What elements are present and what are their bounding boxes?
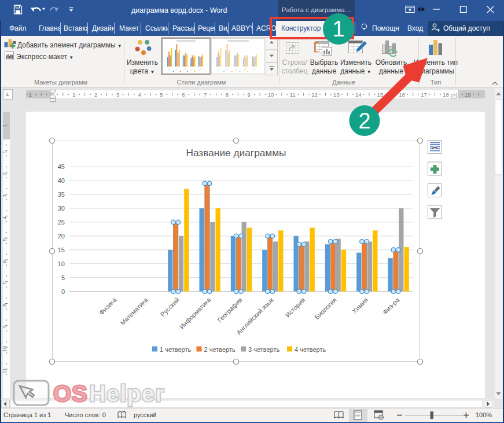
svg-text:2 четверть: 2 четверть <box>204 346 236 353</box>
svg-text:15: 15 <box>58 247 65 253</box>
svg-text:Helper: Helper <box>89 381 165 406</box>
svg-text:10: 10 <box>268 91 274 98</box>
svg-text:5: 5 <box>2 238 8 241</box>
svg-text:40: 40 <box>58 177 65 184</box>
svg-text:7: 7 <box>2 282 8 285</box>
svg-text:17: 17 <box>421 91 427 98</box>
svg-text:0: 0 <box>61 288 65 295</box>
svg-text:3 четверть: 3 четверть <box>248 346 279 353</box>
svg-text:30: 30 <box>58 205 65 212</box>
svg-text:13: 13 <box>333 91 340 98</box>
svg-text:1: 1 <box>72 91 75 98</box>
svg-text:18: 18 <box>443 91 449 98</box>
svg-text:1: 1 <box>2 150 8 153</box>
svg-text:8: 8 <box>2 304 8 307</box>
svg-text:11: 11 <box>290 91 296 98</box>
svg-text:25: 25 <box>58 219 65 226</box>
svg-text:1: 1 <box>29 91 32 98</box>
svg-text:15: 15 <box>377 91 384 98</box>
svg-text:2: 2 <box>358 109 370 133</box>
svg-text:9: 9 <box>248 91 251 98</box>
svg-text:45: 45 <box>58 163 65 170</box>
svg-text:20: 20 <box>58 233 65 240</box>
svg-text:Название диаграммы: Название диаграммы <box>186 147 286 159</box>
svg-text:9: 9 <box>2 326 8 329</box>
svg-text:2: 2 <box>94 91 97 98</box>
svg-text:OS: OS <box>53 381 88 406</box>
svg-text:3: 3 <box>2 194 8 197</box>
svg-text:4: 4 <box>2 216 8 219</box>
svg-text:12: 12 <box>311 91 318 98</box>
svg-text:14: 14 <box>355 91 362 98</box>
svg-text:1: 1 <box>2 124 8 127</box>
svg-text:2: 2 <box>2 172 8 175</box>
svg-text:5: 5 <box>160 91 163 98</box>
svg-text:16: 16 <box>399 91 406 98</box>
svg-text:7: 7 <box>204 91 207 98</box>
svg-text:10: 10 <box>58 260 65 267</box>
svg-text:19: 19 <box>465 91 471 98</box>
svg-text:35: 35 <box>58 191 65 198</box>
svg-text:6: 6 <box>182 91 185 98</box>
svg-text:10: 10 <box>2 346 8 352</box>
svg-text:4 четверть: 4 четверть <box>295 346 326 353</box>
svg-text:6: 6 <box>2 260 8 263</box>
svg-text:5: 5 <box>61 274 65 281</box>
svg-text:3: 3 <box>116 91 119 98</box>
svg-text:4: 4 <box>138 91 141 98</box>
svg-text:1 четверть: 1 четверть <box>160 346 191 353</box>
svg-text:8: 8 <box>226 91 229 98</box>
